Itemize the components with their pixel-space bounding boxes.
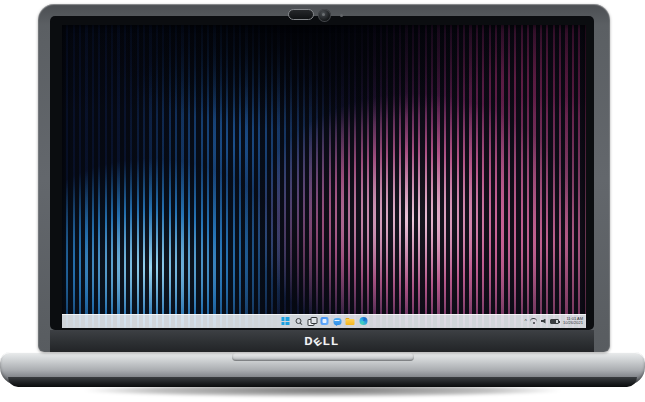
tray-overflow-chevron-icon[interactable]: ^ bbox=[525, 318, 527, 323]
tray-date: 10/26/2021 bbox=[563, 321, 583, 326]
search-icon bbox=[294, 317, 302, 325]
webcam-led bbox=[340, 14, 343, 17]
file-explorer-button[interactable] bbox=[346, 317, 355, 326]
base-underside bbox=[8, 377, 637, 387]
search-button[interactable] bbox=[294, 317, 303, 326]
volume-icon[interactable] bbox=[541, 319, 547, 324]
dell-logo-letter: L bbox=[331, 335, 339, 347]
folder-icon bbox=[346, 318, 355, 325]
screen-vignette bbox=[62, 25, 586, 328]
start-button[interactable] bbox=[281, 317, 290, 326]
laptop-display: ^ 11:01 AM 10/26/2021 bbox=[62, 25, 586, 328]
webcam-lens-icon bbox=[318, 9, 331, 22]
widgets-button[interactable] bbox=[320, 317, 329, 326]
network-icon[interactable] bbox=[530, 318, 538, 324]
task-view-icon bbox=[307, 317, 315, 325]
chat-button[interactable] bbox=[333, 317, 342, 326]
system-tray: ^ 11:01 AM 10/26/2021 bbox=[525, 314, 583, 328]
taskbar-center-icons bbox=[281, 314, 368, 328]
lid-open-notch bbox=[232, 353, 414, 361]
tray-clock[interactable]: 11:01 AM 10/26/2021 bbox=[563, 317, 583, 326]
bottom-bezel: D E L L bbox=[50, 330, 594, 352]
chat-bubble-icon bbox=[333, 318, 341, 325]
windows-logo-icon bbox=[281, 317, 289, 325]
windows-taskbar: ^ 11:01 AM 10/26/2021 bbox=[62, 314, 586, 328]
dell-logo: D E L L bbox=[304, 335, 339, 347]
task-view-button[interactable] bbox=[307, 317, 316, 326]
edge-button[interactable] bbox=[359, 317, 368, 326]
laptop-product-image: ^ 11:01 AM 10/26/2021 D E L L bbox=[0, 0, 645, 402]
battery-icon[interactable] bbox=[550, 319, 559, 324]
widgets-icon bbox=[320, 317, 328, 325]
webcam-privacy-shutter bbox=[288, 9, 314, 20]
edge-browser-icon bbox=[359, 317, 367, 325]
